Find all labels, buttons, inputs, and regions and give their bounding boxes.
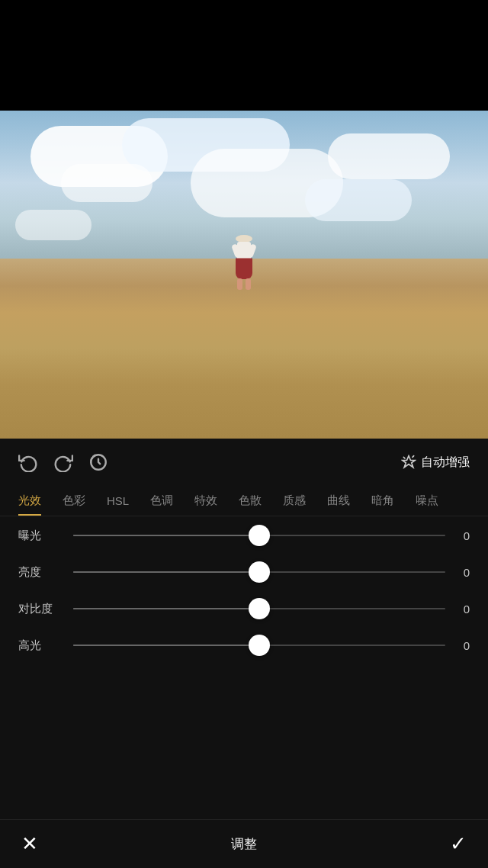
highlight-row: 高光 0 xyxy=(18,634,470,657)
exposure-slider[interactable] xyxy=(73,524,445,547)
highlight-label: 高光 xyxy=(18,638,64,653)
exposure-row: 曝光 0 xyxy=(18,524,470,547)
tab-zaodian[interactable]: 噪点 xyxy=(405,486,449,516)
undo-button[interactable] xyxy=(18,452,38,472)
tabs-bar: 光效 色彩 HSL 色调 特效 色散 质感 曲线 暗角 噪点 xyxy=(0,486,488,516)
highlight-value: 0 xyxy=(454,639,470,652)
confirm-button[interactable]: ✓ xyxy=(450,832,467,856)
toolbar: 自动增强 xyxy=(0,439,488,486)
brightness-slider[interactable] xyxy=(73,561,445,583)
auto-enhance-button[interactable]: 自动增强 xyxy=(401,455,470,471)
brightness-row: 亮度 0 xyxy=(18,561,470,583)
redo-button[interactable] xyxy=(53,452,73,472)
tab-zhigan[interactable]: 质感 xyxy=(272,486,316,516)
tab-secai[interactable]: 色彩 xyxy=(52,486,96,516)
svg-line-2 xyxy=(413,456,414,458)
tab-hsl[interactable]: HSL xyxy=(96,487,140,515)
photo-area xyxy=(0,111,488,439)
tab-quxian[interactable]: 曲线 xyxy=(316,486,361,516)
highlight-slider[interactable] xyxy=(73,634,445,657)
toolbar-left xyxy=(18,452,108,472)
tab-anjiao[interactable]: 暗角 xyxy=(361,486,405,516)
tab-guangxiao[interactable]: 光效 xyxy=(8,486,52,516)
brightness-label: 亮度 xyxy=(18,565,64,580)
contrast-row: 对比度 0 xyxy=(18,597,470,620)
exposure-label: 曝光 xyxy=(18,529,64,543)
top-bar xyxy=(0,0,488,111)
tab-sesan[interactable]: 色散 xyxy=(228,486,272,516)
reset-button[interactable] xyxy=(88,452,108,472)
contrast-label: 对比度 xyxy=(18,602,64,616)
contrast-value: 0 xyxy=(454,603,470,616)
tab-setiao[interactable]: 色调 xyxy=(140,486,184,516)
contrast-slider[interactable] xyxy=(73,597,445,620)
tab-texiao[interactable]: 特效 xyxy=(184,486,228,516)
brightness-value: 0 xyxy=(454,566,470,579)
sliders-area: 曝光 0 亮度 0 对比度 xyxy=(0,516,488,819)
person-figure xyxy=(232,235,256,292)
page-title: 调整 xyxy=(231,835,257,853)
exposure-value: 0 xyxy=(454,529,470,542)
bottom-bar: ✕ 调整 ✓ xyxy=(0,819,488,868)
toolbar-right: 自动增强 xyxy=(401,455,470,471)
controls-area: 自动增强 光效 色彩 HSL 色调 特效 色散 质感 曲线 暗角 噪点 曝光 0 xyxy=(0,439,488,868)
svg-line-1 xyxy=(403,457,405,458)
cancel-button[interactable]: ✕ xyxy=(21,832,38,856)
auto-enhance-label: 自动增强 xyxy=(421,455,470,471)
